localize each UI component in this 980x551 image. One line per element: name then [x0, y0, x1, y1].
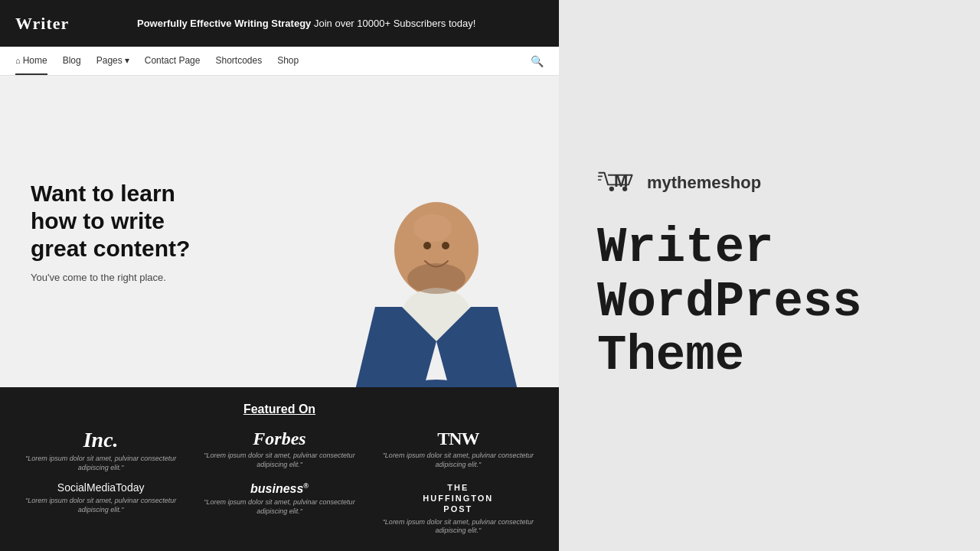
huffpost-logo: THEHUFFINGTONPOST — [373, 482, 544, 515]
svg-point-8 — [407, 263, 466, 294]
featured-item-inc: Inc. "Lorem ipsum dolor sit amet, pulvin… — [15, 429, 186, 473]
svg-point-6 — [423, 242, 431, 249]
brand-prefix: my — [647, 173, 671, 192]
announcement-bar: Writer Powerfully Effective Writing Stra… — [0, 0, 559, 47]
nav-item-shop[interactable]: Shop — [277, 47, 299, 75]
home-icon: ⌂ — [15, 56, 21, 65]
cart-icon: M — [597, 168, 639, 198]
nav-label-pages: Pages — [96, 55, 122, 66]
theme-title-line1: Writer — [597, 221, 862, 275]
hero-subtext: You've come to the right place. — [31, 272, 214, 283]
nav-bar: ⌂ Home Blog Pages ▾ Contact Page Shortco… — [0, 47, 559, 76]
featured-item-smt: SocialMediaToday "Lorem ipsum dolor sit … — [15, 482, 186, 536]
theme-title-line3: Theme — [597, 329, 862, 383]
hero-section: Want to learn how to write great content… — [0, 76, 559, 387]
featured-item-huffpost: THEHUFFINGTONPOST "Lorem ipsum dolor sit… — [373, 482, 544, 536]
nav-item-shortcodes[interactable]: Shortcodes — [215, 47, 262, 75]
website-preview: Writer Powerfully Effective Writing Stra… — [0, 0, 559, 551]
hero-text: Want to learn how to write great content… — [0, 149, 245, 314]
tnw-quote: "Lorem ipsum dolor sit amet, pulvinar co… — [373, 452, 544, 469]
site-title: Writer — [15, 11, 69, 36]
brand-bold: theme — [671, 173, 721, 192]
brand-logo: M mythemeshop — [597, 168, 761, 198]
featured-on-title: Featured On — [15, 403, 544, 416]
inc-quote: "Lorem ipsum dolor sit amet, pulvinar co… — [15, 455, 186, 472]
svg-point-7 — [442, 242, 449, 249]
featured-section: Featured On Inc. "Lorem ipsum dolor sit … — [0, 387, 559, 551]
svg-point-9 — [413, 214, 452, 242]
theme-title-line2: WordPress — [597, 276, 862, 329]
smt-quote: "Lorem ipsum dolor sit amet, pulvinar co… — [15, 497, 186, 514]
theme-title: Writer WordPress Theme — [597, 221, 862, 383]
forbes-quote: "Lorem ipsum dolor sit amet, pulvinar co… — [194, 452, 364, 469]
nav-label-blog: Blog — [63, 55, 81, 66]
hero-heading: Want to learn how to write great content… — [31, 180, 214, 262]
nav-label-home: Home — [23, 55, 47, 66]
brand-name: mythemeshop — [647, 173, 761, 193]
featured-grid: Inc. "Lorem ipsum dolor sit amet, pulvin… — [15, 429, 544, 536]
forbes-logo: Forbes — [194, 429, 364, 448]
hero-person-image — [314, 165, 559, 387]
nav-item-pages[interactable]: Pages ▾ — [96, 47, 129, 75]
brand-suffix: shop — [721, 173, 762, 192]
featured-item-forbes: Forbes "Lorem ipsum dolor sit amet, pulv… — [194, 429, 364, 473]
nav-item-home[interactable]: ⌂ Home — [15, 47, 47, 75]
right-panel: M mythemeshop Writer WordPress Theme — [559, 0, 980, 551]
nav-item-contact[interactable]: Contact Page — [145, 47, 201, 75]
featured-item-business: business® "Lorem ipsum dolor sit amet, p… — [194, 482, 364, 536]
announcement-text: Powerfully Effective Writing Strategy Jo… — [69, 16, 544, 31]
featured-item-tnw: TNW "Lorem ipsum dolor sit amet, pulvina… — [373, 429, 544, 473]
huffpost-quote: "Lorem ipsum dolor sit amet, pulvinar co… — [373, 518, 544, 536]
business-logo: business® — [194, 482, 364, 496]
nav-label-shop: Shop — [277, 55, 299, 66]
smt-logo: SocialMediaToday — [15, 482, 186, 494]
nav-item-blog[interactable]: Blog — [63, 47, 81, 75]
tnw-logo: TNW — [373, 429, 544, 448]
announcement-rest: Join over 10000+ Subscribers today! — [314, 18, 475, 29]
announcement-strong: Powerfully Effective Writing Strategy — [137, 18, 311, 29]
search-icon[interactable]: 🔍 — [531, 55, 544, 67]
dropdown-icon: ▾ — [125, 55, 129, 66]
nav-label-contact: Contact Page — [145, 55, 201, 66]
svg-point-11 — [609, 187, 614, 191]
inc-logo: Inc. — [15, 429, 186, 452]
nav-label-shortcodes: Shortcodes — [215, 55, 262, 66]
svg-point-12 — [622, 187, 627, 191]
business-quote: "Lorem ipsum dolor sit amet, pulvinar co… — [194, 498, 364, 516]
